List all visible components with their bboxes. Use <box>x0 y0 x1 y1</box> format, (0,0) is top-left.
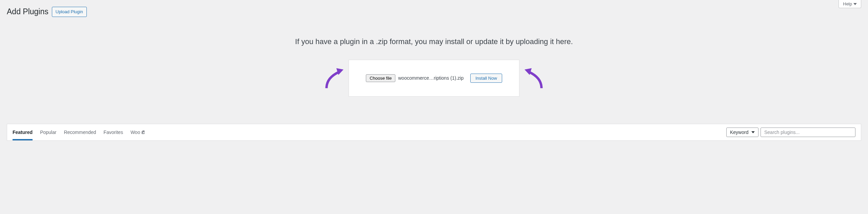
external-link-icon <box>141 130 145 134</box>
upload-plugin-button[interactable]: Upload Plugin <box>52 7 87 17</box>
tab-favorites[interactable]: Favorites <box>103 124 123 140</box>
install-now-button[interactable]: Install Now <box>470 74 502 83</box>
upload-dropzone: Choose file woocommerce…riptions (1).zip… <box>349 60 519 97</box>
arrow-right-icon <box>523 66 543 90</box>
tab-featured[interactable]: Featured <box>13 124 33 140</box>
choose-file-button[interactable]: Choose file <box>366 74 395 82</box>
upload-instructions: If you have a plugin in a .zip format, y… <box>7 37 861 46</box>
filter-bar: Featured Popular Recommended Favorites W… <box>7 124 861 141</box>
arrow-left-icon <box>325 66 345 90</box>
filter-tabs: Featured Popular Recommended Favorites W… <box>13 124 145 140</box>
help-tab[interactable]: Help <box>839 0 861 8</box>
help-label: Help <box>843 1 852 6</box>
tab-popular[interactable]: Popular <box>40 124 56 140</box>
tab-woo-label: Woo <box>131 130 140 135</box>
selected-file-name: woocommerce…riptions (1).zip <box>398 75 463 81</box>
keyword-select[interactable]: Keyword <box>726 128 758 137</box>
tab-recommended[interactable]: Recommended <box>64 124 96 140</box>
page-title: Add Plugins <box>7 7 48 17</box>
search-input[interactable] <box>761 128 855 137</box>
chevron-down-icon <box>853 2 857 6</box>
tab-woo[interactable]: Woo <box>131 124 146 140</box>
